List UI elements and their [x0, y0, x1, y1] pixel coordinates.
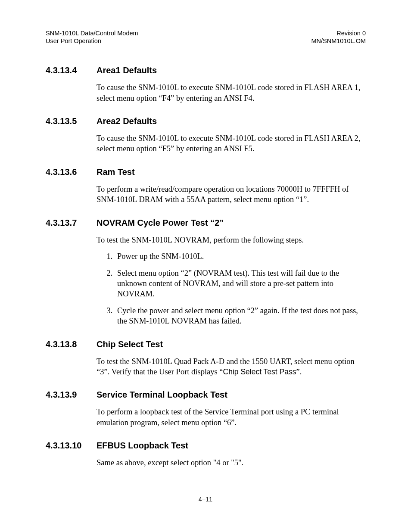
- running-header: SNM-1010L Data/Control Modem User Port O…: [46, 29, 366, 45]
- section-number: 4.3.13.5: [46, 116, 97, 126]
- header-right: Revision 0 MN/SNM1010L.OM: [311, 29, 366, 45]
- paragraph: Same as above, except select option "4 o…: [97, 457, 366, 468]
- section-title: Area1 Defaults: [97, 65, 157, 75]
- code-text: Chip Select Test Pass: [223, 367, 296, 376]
- section-number: 4.3.13.7: [46, 218, 97, 228]
- ordered-list: Power up the SNM-1010L. Select menu opti…: [97, 251, 366, 326]
- section-service-terminal-loopback-test: 4.3.13.9 Service Terminal Loopback Test …: [46, 390, 366, 428]
- page: SNM-1010L Data/Control Modem User Port O…: [0, 0, 411, 532]
- section-title: NOVRAM Cycle Power Test “2”: [97, 218, 224, 228]
- section-heading: 4.3.13.10 EFBUS Loopback Test: [46, 441, 366, 451]
- list-item: Power up the SNM-1010L.: [115, 251, 366, 261]
- section-efbus-loopback-test: 4.3.13.10 EFBUS Loopback Test Same as ab…: [46, 441, 366, 468]
- section-number: 4.3.13.6: [46, 167, 97, 177]
- section-area1-defaults: 4.3.13.4 Area1 Defaults To cause the SNM…: [46, 65, 366, 103]
- section-heading: 4.3.13.5 Area2 Defaults: [46, 116, 366, 126]
- section-chip-select-test: 4.3.13.8 Chip Select Test To test the SN…: [46, 339, 366, 377]
- header-right-line1: Revision 0: [311, 29, 366, 37]
- section-number: 4.3.13.9: [46, 390, 97, 400]
- page-number: 4–11: [199, 496, 212, 503]
- header-left-line1: SNM-1010L Data/Control Modem: [46, 29, 138, 37]
- section-title: Ram Test: [97, 167, 135, 177]
- section-number: 4.3.13.10: [46, 441, 97, 451]
- section-title: Area2 Defaults: [97, 116, 157, 126]
- section-ram-test: 4.3.13.6 Ram Test To perform a write/rea…: [46, 167, 366, 205]
- section-title: Chip Select Test: [97, 339, 163, 349]
- header-right-line2: MN/SNM1010L.OM: [311, 37, 366, 45]
- paragraph: To test the SNM-1010L Quad Pack A-D and …: [97, 356, 366, 377]
- paragraph: To perform a write/read/compare operatio…: [97, 184, 366, 205]
- section-heading: 4.3.13.8 Chip Select Test: [46, 339, 366, 349]
- list-item: Select menu option “2” (NOVRAM test). Th…: [115, 268, 366, 299]
- section-heading: 4.3.13.4 Area1 Defaults: [46, 65, 366, 75]
- list-item: Cycle the power and select menu option “…: [115, 305, 366, 327]
- section-title: Service Terminal Loopback Test: [97, 390, 227, 400]
- page-footer: 4–11: [45, 493, 366, 503]
- section-heading: 4.3.13.7 NOVRAM Cycle Power Test “2”: [46, 218, 366, 228]
- paragraph: To test the SNM-1010L NOVRAM, perform th…: [97, 235, 366, 245]
- paragraph-text: ”.: [296, 367, 302, 376]
- paragraph: To cause the SNM-1010L to execute SNM-10…: [97, 82, 366, 103]
- section-heading: 4.3.13.6 Ram Test: [46, 167, 366, 177]
- section-number: 4.3.13.8: [46, 339, 97, 349]
- header-left-line2: User Port Operation: [46, 37, 138, 45]
- header-left: SNM-1010L Data/Control Modem User Port O…: [46, 29, 138, 45]
- paragraph: To perform a loopback test of the Servic…: [97, 407, 366, 428]
- section-title: EFBUS Loopback Test: [97, 441, 188, 451]
- section-novram-cycle-power-test: 4.3.13.7 NOVRAM Cycle Power Test “2” To …: [46, 218, 366, 327]
- section-area2-defaults: 4.3.13.5 Area2 Defaults To cause the SNM…: [46, 116, 366, 154]
- section-number: 4.3.13.4: [46, 65, 97, 75]
- paragraph: To cause the SNM-1010L to execute SNM-10…: [97, 133, 366, 154]
- section-heading: 4.3.13.9 Service Terminal Loopback Test: [46, 390, 366, 400]
